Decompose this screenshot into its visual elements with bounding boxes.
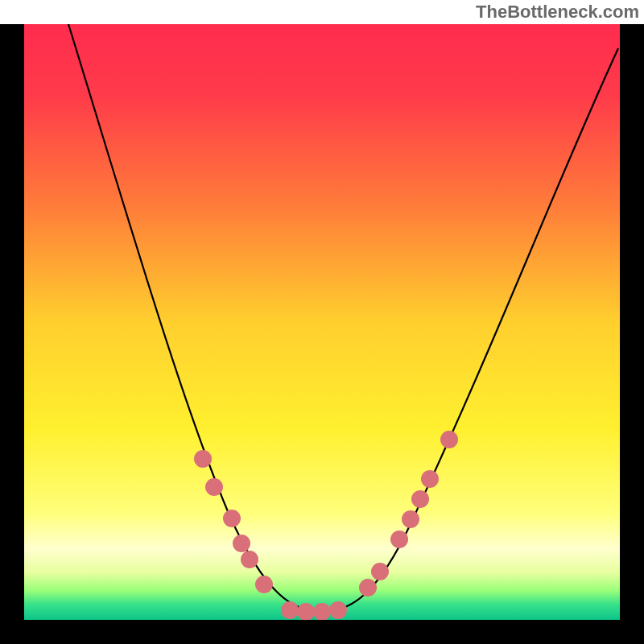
data-point [205,478,223,496]
data-point [313,603,331,620]
data-point [421,470,439,488]
chart-svg [24,24,620,620]
gradient-background [24,24,620,620]
data-point [411,490,429,508]
data-point [440,431,458,448]
data-point [281,601,299,619]
data-point [255,576,273,593]
data-point [241,551,258,568]
watermark-text: TheBottleneck.com [476,2,639,22]
data-point [371,563,389,580]
data-point [329,601,347,619]
data-point [194,450,212,468]
data-point [390,530,408,548]
outer-frame: TheBottleneck.com [0,0,644,644]
data-point [402,510,419,528]
data-point [297,603,315,620]
data-point [223,510,241,527]
data-point [233,535,250,552]
data-point [359,579,377,597]
plot-area [24,24,620,620]
watermark-bar: TheBottleneck.com [0,0,644,24]
